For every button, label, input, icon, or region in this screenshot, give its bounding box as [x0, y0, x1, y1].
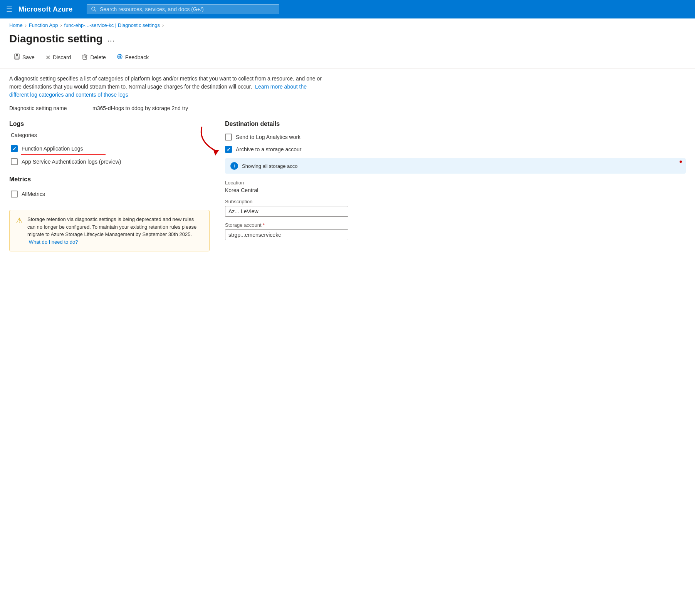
categories-label: Categories	[9, 132, 210, 138]
dest-archive-storage-row[interactable]: ✓ Archive to a storage accour	[225, 146, 686, 153]
metrics-heading: Metrics	[9, 176, 210, 183]
top-bar: ☰ Microsoft Azure	[0, 0, 695, 18]
breadcrumb-resource[interactable]: func-ehp-...-service-kc | Diagnostic set…	[64, 22, 160, 28]
location-value: Korea Central	[225, 187, 686, 193]
destination-heading: Destination details	[225, 121, 686, 127]
warning-main-text: Storage retention via diagnostic setting…	[27, 216, 196, 237]
log-analytics-label: Send to Log Analytics work	[236, 134, 300, 140]
toolbar: Save ✕ Discard Delete Feedback	[0, 51, 695, 69]
save-button[interactable]: Save	[9, 51, 39, 64]
app-service-auth-label: App Service Authentication logs (preview…	[22, 159, 121, 165]
setting-name-value: m365-df-logs to ddog by storage 2nd try	[92, 105, 188, 111]
setting-name-row: Diagnostic setting name m365-df-logs to …	[9, 105, 686, 111]
storage-account-input[interactable]	[225, 229, 348, 240]
archive-storage-checkbox[interactable]: ✓	[225, 146, 232, 153]
discard-button[interactable]: ✕ Discard	[41, 52, 76, 64]
discard-icon: ✕	[45, 54, 50, 61]
svg-point-10	[118, 54, 122, 59]
svg-point-12	[120, 56, 121, 57]
save-icon	[14, 54, 20, 61]
warning-link[interactable]: What do I need to do?	[29, 239, 78, 245]
svg-rect-3	[16, 54, 18, 56]
breadcrumb-sep-2: ›	[60, 23, 62, 28]
checkmark-icon-2: ✓	[227, 147, 231, 152]
feedback-button[interactable]: Feedback	[112, 51, 153, 64]
left-column: Logs Categories ✓ Function Application L…	[9, 121, 210, 251]
location-field: Location Korea Central	[225, 180, 686, 193]
svg-rect-5	[83, 55, 87, 59]
save-label: Save	[22, 54, 35, 60]
main-content: A diagnostic setting specifies a list of…	[0, 69, 695, 258]
required-star: *	[263, 222, 265, 228]
svg-point-0	[92, 7, 95, 10]
logs-heading: Logs	[9, 121, 210, 127]
hamburger-icon[interactable]: ☰	[6, 5, 12, 13]
right-column: Destination details Send to Log Analytic…	[225, 121, 686, 251]
app-title: Microsoft Azure	[18, 5, 73, 13]
svg-line-1	[94, 10, 96, 12]
svg-marker-13	[213, 150, 219, 156]
info-banner: i Showing all storage acco	[225, 158, 686, 174]
function-app-logs-checkbox[interactable]: ✓	[11, 145, 18, 152]
log-item-app-service-auth[interactable]: App Service Authentication logs (preview…	[9, 155, 210, 168]
search-bar[interactable]	[87, 4, 279, 14]
log-item-function-app[interactable]: ✓ Function Application Logs	[9, 142, 210, 155]
allmetrics-checkbox[interactable]	[11, 191, 18, 198]
archive-storage-label: Archive to a storage accour	[236, 146, 301, 152]
warning-box: ⚠ Storage retention via diagnostic setti…	[9, 210, 210, 251]
search-icon	[91, 6, 97, 12]
setting-name-label: Diagnostic setting name	[9, 105, 86, 111]
svg-point-11	[119, 56, 119, 57]
warning-text: Storage retention via diagnostic setting…	[27, 216, 203, 246]
dest-log-analytics-row[interactable]: Send to Log Analytics work	[225, 134, 686, 141]
notification-dot	[680, 161, 682, 163]
svg-rect-4	[15, 57, 19, 59]
discard-label: Discard	[53, 54, 71, 60]
function-app-logs-label: Function Application Logs	[22, 146, 83, 152]
breadcrumb-sep-3: ›	[162, 23, 164, 28]
warning-icon: ⚠	[16, 216, 23, 225]
two-col-layout: Logs Categories ✓ Function Application L…	[9, 121, 686, 251]
location-label: Location	[225, 180, 686, 186]
page-title-ellipsis[interactable]: ...	[107, 34, 114, 44]
search-input[interactable]	[100, 6, 275, 12]
breadcrumb-home[interactable]: Home	[9, 22, 23, 28]
feedback-icon	[117, 54, 123, 61]
metrics-section: Metrics AllMetrics	[9, 176, 210, 201]
info-icon: i	[230, 162, 238, 170]
allmetrics-label: AllMetrics	[22, 191, 45, 197]
delete-label: Delete	[90, 54, 106, 60]
breadcrumb-sep-1: ›	[25, 23, 27, 28]
delete-button[interactable]: Delete	[77, 51, 110, 64]
subscription-label: Subscription	[225, 199, 686, 204]
info-banner-text: Showing all storage acco	[242, 163, 298, 169]
metric-item-allmetrics[interactable]: AllMetrics	[9, 187, 210, 201]
delete-icon	[82, 54, 88, 61]
subscription-input[interactable]	[225, 206, 348, 217]
app-service-auth-checkbox[interactable]	[11, 158, 18, 165]
page-title-row: Diagnostic setting ...	[0, 30, 695, 51]
subscription-field: Subscription	[225, 199, 686, 217]
page-title: Diagnostic setting	[9, 33, 103, 45]
feedback-label: Feedback	[125, 54, 149, 60]
log-analytics-checkbox[interactable]	[225, 134, 232, 141]
storage-account-label: Storage account *	[225, 222, 686, 228]
checkmark-icon: ✓	[12, 146, 17, 151]
breadcrumb: Home › Function App › func-ehp-...-servi…	[0, 18, 695, 30]
breadcrumb-function-app[interactable]: Function App	[29, 22, 58, 28]
description: A diagnostic setting specifies a list of…	[9, 75, 325, 99]
storage-account-field: Storage account *	[225, 222, 686, 240]
